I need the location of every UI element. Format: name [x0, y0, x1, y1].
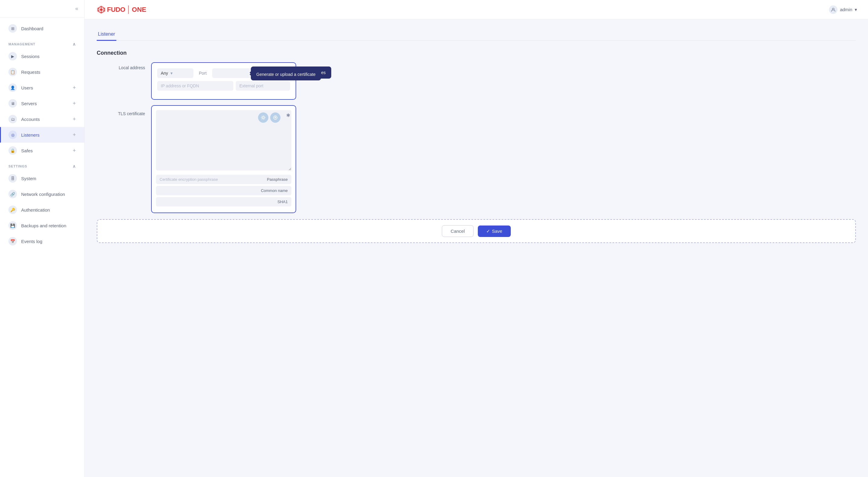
tls-certificate-group: TLS certificate	[97, 105, 856, 213]
local-address-select[interactable]: Any ▾	[157, 68, 193, 78]
collapse-button[interactable]: «	[75, 5, 78, 12]
sidebar: « ⊞ Dashboard MANAGEMENT ∧ ▶ Sessions 📋 …	[0, 0, 85, 477]
safes-icon: 🔒	[8, 146, 17, 155]
tls-fields: Passphrase Common name SHA1	[152, 172, 296, 212]
sidebar-item-network[interactable]: 🔗 Network configuration	[0, 186, 84, 202]
tls-generate-button[interactable]	[258, 113, 268, 123]
logo-icon	[95, 4, 107, 16]
sidebar-item-authentication[interactable]: 🔑 Authentication	[0, 202, 84, 218]
sidebar-item-sessions[interactable]: ▶ Sessions	[0, 48, 84, 64]
sidebar-item-users[interactable]: 👤 Users +	[0, 80, 84, 95]
requests-icon: 📋	[8, 68, 17, 76]
logo-suffix: ONE	[132, 6, 146, 13]
username-label: admin	[840, 7, 852, 12]
add-account-button[interactable]: +	[72, 116, 76, 122]
page-content: Listener Connection Local address Any ▾ …	[85, 19, 868, 477]
user-menu[interactable]: admin ▾	[829, 5, 857, 14]
tls-certificate-box: ✱ Passphrase Common name	[151, 105, 296, 213]
events-icon: 📅	[8, 237, 17, 245]
sidebar-item-label: Users	[21, 85, 33, 90]
svg-point-10	[262, 117, 264, 119]
sidebar-item-label: Listeners	[21, 132, 39, 138]
certificate-tooltip: Generate or upload a certificate	[251, 68, 321, 81]
passphrase-input[interactable]	[160, 177, 265, 182]
logo: FUDO ONE	[95, 4, 146, 16]
sidebar-header: «	[0, 0, 84, 18]
accounts-icon: 🗂	[8, 115, 17, 123]
backups-icon: 💾	[8, 221, 17, 230]
sidebar-item-label: Events log	[21, 239, 42, 244]
footer-action-bar: Cancel ✓ Save	[97, 219, 856, 243]
select-chevron-icon: ▾	[170, 71, 173, 76]
servers-icon: 🖥	[8, 99, 17, 108]
external-port-input[interactable]	[236, 81, 290, 91]
passphrase-tag: Passphrase	[267, 177, 288, 182]
select-value: Any	[161, 71, 168, 76]
sidebar-item-label: Sessions	[21, 54, 39, 59]
sidebar-item-label: System	[21, 176, 36, 181]
local-address-group: Local address Any ▾ Port ✱	[97, 62, 856, 100]
dashboard-icon: ⊞	[8, 24, 17, 33]
sessions-icon: ▶	[8, 52, 17, 60]
user-chevron-icon: ▾	[855, 7, 857, 12]
section-title: Connection	[97, 50, 856, 56]
sidebar-item-label: Safes	[21, 148, 33, 153]
add-server-button[interactable]: +	[72, 100, 76, 107]
sidebar-item-label: Accounts	[21, 117, 40, 122]
common-name-row: Common name	[156, 186, 291, 195]
save-check-icon: ✓	[486, 229, 490, 234]
sidebar-item-safes[interactable]: 🔒 Safes +	[0, 143, 84, 158]
tls-textarea-area: ✱	[152, 106, 296, 172]
sidebar-nav: ⊞ Dashboard MANAGEMENT ∧ ▶ Sessions 📋 Re…	[0, 18, 84, 252]
external-address-input[interactable]	[157, 81, 233, 91]
common-name-input[interactable]	[160, 188, 258, 193]
svg-point-9	[832, 8, 834, 10]
cancel-button[interactable]: Cancel	[442, 225, 473, 237]
logo-divider	[128, 5, 129, 14]
sidebar-item-listeners[interactable]: ◎ Listeners +	[0, 127, 84, 143]
tls-upload-button[interactable]	[270, 113, 280, 123]
tab-bar: Listener	[97, 28, 856, 41]
network-icon: 🔗	[8, 190, 17, 198]
sha-row: SHA1	[156, 197, 291, 206]
tls-required-indicator: ✱	[286, 113, 290, 118]
external-address-row	[157, 81, 290, 91]
tls-label: TLS certificate	[97, 105, 145, 116]
add-listener-button[interactable]: +	[72, 132, 76, 138]
save-button[interactable]: ✓ Save	[478, 226, 511, 237]
topbar: FUDO ONE admin ▾	[85, 0, 868, 19]
sidebar-item-system[interactable]: 🗄 System	[0, 171, 84, 186]
tls-buttons	[258, 113, 280, 123]
tab-listener[interactable]: Listener	[97, 28, 116, 41]
sidebar-item-label: Backups and retention	[21, 223, 66, 228]
logo-text: FUDO	[107, 6, 125, 13]
sidebar-section-management: MANAGEMENT ∧	[0, 36, 84, 48]
sidebar-item-accounts[interactable]: 🗂 Accounts +	[0, 111, 84, 127]
sidebar-section-settings: SETTINGS ∧	[0, 158, 84, 171]
management-chevron[interactable]: ∧	[72, 42, 76, 47]
sidebar-item-backups[interactable]: 💾 Backups and retention	[0, 218, 84, 233]
passphrase-row: Passphrase	[156, 175, 291, 184]
sidebar-item-requests[interactable]: 📋 Requests	[0, 64, 84, 80]
local-address-label: Local address	[97, 62, 145, 70]
sidebar-item-events[interactable]: 📅 Events log	[0, 233, 84, 249]
user-avatar-icon	[829, 5, 837, 14]
svg-point-2	[100, 8, 102, 11]
add-safe-button[interactable]: +	[72, 148, 76, 154]
sha-input[interactable]	[160, 200, 275, 204]
connections-area: Local address Any ▾ Port ✱	[97, 62, 856, 213]
save-label: Save	[492, 229, 502, 234]
sidebar-item-label: Servers	[21, 101, 37, 106]
sidebar-item-dashboard[interactable]: ⊞ Dashboard	[0, 21, 84, 36]
settings-chevron[interactable]: ∧	[72, 164, 76, 169]
sidebar-item-servers[interactable]: 🖥 Servers +	[0, 95, 84, 111]
sidebar-item-label: Authentication	[21, 207, 50, 212]
system-icon: 🗄	[8, 174, 17, 183]
add-user-button[interactable]: +	[72, 85, 76, 91]
common-name-tag: Common name	[261, 188, 288, 193]
authentication-icon: 🔑	[8, 206, 17, 214]
sidebar-item-label: Requests	[21, 69, 40, 74]
users-icon: 👤	[8, 83, 17, 92]
sidebar-item-label: Dashboard	[21, 26, 43, 31]
main-content: FUDO ONE admin ▾ Listener Connection	[85, 0, 868, 477]
